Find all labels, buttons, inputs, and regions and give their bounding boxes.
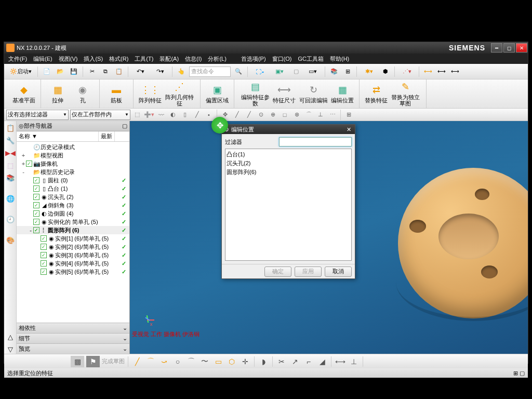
tree-row[interactable]: ✓◉实例[1] (6)/简单孔 (5)✓ (17, 234, 129, 243)
touch-icon[interactable]: 👆 (176, 66, 187, 77)
pattern-icon[interactable]: ⋰▾ (398, 66, 416, 77)
ribbon-替换特征[interactable]: ⇄替换特征 (364, 81, 389, 107)
menu-assembly[interactable]: 装配(A) (157, 55, 181, 63)
sk-circle-icon[interactable]: ○ (172, 356, 183, 367)
redo-icon[interactable]: ↷▾ (151, 66, 169, 77)
col-name[interactable]: 名称 ▼ (17, 131, 99, 141)
snap-mid-icon[interactable]: ╱ (244, 110, 254, 120)
snap-tan-icon[interactable]: ⌒ (303, 110, 314, 120)
tree-row[interactable]: ✓◉实例[2] (6)/简单孔 (5)✓ (17, 243, 129, 251)
ribbon-孔[interactable]: ◉孔 (70, 81, 95, 107)
list-item[interactable]: 凸台(1) (227, 150, 350, 159)
open-icon[interactable]: 📂 (55, 66, 66, 77)
paste-icon[interactable]: 📋 (113, 66, 125, 77)
sk-arc-icon[interactable]: ⌒ (145, 356, 156, 367)
sketch-flag-icon[interactable]: ⚑ (86, 356, 100, 367)
snap-int-icon[interactable]: ⊗ (291, 110, 302, 120)
sk-fillet-icon[interactable]: ⌐ (303, 356, 314, 367)
minimize-button[interactable]: ━ (491, 43, 502, 52)
command-search[interactable]: 查找命令 (189, 66, 231, 77)
tree-row[interactable]: ✓◉实例[5] (6)/简单孔 (5)✓ (17, 268, 129, 276)
list-item[interactable]: 沉头孔(2) (227, 159, 350, 168)
cancel-button[interactable]: 取消 (325, 267, 352, 277)
copy-icon[interactable]: ⧉ (100, 66, 111, 77)
cut-icon[interactable]: ✂ (86, 66, 98, 77)
sel-face-icon[interactable]: ◐ (168, 110, 178, 120)
undo-icon[interactable]: ↶▾ (131, 66, 149, 77)
sk-poly-icon[interactable]: ⬡ (226, 356, 237, 367)
model-flange[interactable] (398, 168, 528, 318)
sel-pick-icon[interactable]: ⬚ (132, 110, 142, 120)
snap-quad-icon[interactable]: □ (280, 110, 290, 120)
triad-icon[interactable]: x (143, 311, 158, 327)
fn-icon[interactable]: ⬢ (380, 66, 391, 77)
grid-icon[interactable]: ⊞ (343, 110, 354, 120)
ribbon-阵列几何特征[interactable]: ⋰阵列几何特征 (163, 81, 196, 107)
tree-row[interactable]: ✓▯凸台 (1)✓ (17, 184, 129, 193)
gutter-history-icon[interactable]: 🕘 (6, 215, 15, 224)
ribbon-阵列特征[interactable]: ⋮⋮阵列特征 (138, 81, 163, 107)
acc-preview[interactable]: 预览⌄ (17, 343, 129, 354)
sk-arc2-icon[interactable]: ⤻ (158, 356, 170, 367)
gutter-internet-icon[interactable]: 🌐 (6, 194, 15, 203)
maximize-button[interactable]: ◻ (503, 43, 515, 52)
snap-perp-icon[interactable]: ⊥ (315, 110, 326, 120)
sk-offset-icon[interactable]: ◗ (258, 356, 269, 367)
ribbon-筋板[interactable]: ▬筋板 (104, 81, 129, 107)
sel-edge-icon[interactable]: ╱ (192, 110, 202, 120)
selection-filter-dropdown[interactable]: 没有选择过滤器▼ (6, 110, 69, 120)
tree-row[interactable]: ✓◐边倒圆 (4)✓ (17, 209, 129, 218)
feature-list[interactable]: 凸台(1) 沉头孔(2) 圆形阵列(6) (225, 149, 352, 261)
ok-button[interactable]: 确定 (264, 267, 291, 277)
menu-file[interactable]: 文件(F) (6, 55, 29, 63)
menu-window[interactable]: 窗口(O) (270, 55, 294, 63)
ribbon-基准平面[interactable]: ◆基准平面 (11, 81, 36, 107)
menu-info[interactable]: 信息(I) (183, 55, 204, 63)
search-icon[interactable]: 🔍 (233, 66, 244, 77)
gutter-reuse-icon[interactable]: ⬚ (6, 161, 15, 170)
list-item[interactable]: 圆形阵列(6) (227, 168, 350, 177)
feature-tree[interactable]: 🕘历史记录模式+📁模型视图+✓📷摄像机-📂模型历史记录✓▯圆柱 (0)✓✓▯凸台… (17, 142, 129, 323)
ribbon-特征尺寸[interactable]: ⟷特征尺寸 (272, 81, 297, 107)
close-button[interactable]: ✕ (516, 43, 527, 52)
snap-end-icon[interactable]: ╱ (232, 110, 242, 120)
save-icon[interactable]: 💾 (68, 66, 79, 77)
sel-vertex-icon[interactable]: • (204, 110, 214, 120)
menu-help[interactable]: 帮助(H) (328, 55, 351, 63)
dim2-icon[interactable]: ⟷ (436, 66, 447, 77)
col-newest[interactable]: 最新 (99, 131, 115, 141)
sk-dim-icon[interactable]: ⟷ (335, 356, 346, 367)
sel-plus-icon[interactable]: ➕▾ (144, 110, 154, 120)
menu-insert[interactable]: 插入(S) (82, 55, 105, 63)
tree-row[interactable]: -✓⋮⋮圆形阵列 (6)✓ (17, 226, 129, 234)
shade-icon[interactable]: ▣▾ (271, 66, 288, 77)
menu-tools[interactable]: 工具(T) (132, 55, 155, 63)
rect-icon[interactable]: ▭▾ (304, 66, 322, 77)
sk-rect-icon[interactable]: ▭ (212, 356, 224, 367)
ribbon-替换为独立草图[interactable]: ✎替换为独立草图 (389, 81, 422, 107)
tree-row[interactable]: -📂模型历史记录 (17, 168, 129, 176)
ribbon-可回滚编辑[interactable]: ↻可回滚编辑 (297, 81, 330, 107)
wcs-icon[interactable]: ⊞ (342, 66, 353, 77)
ribbon-编辑特征参数[interactable]: ▤编辑特征参数 (238, 81, 272, 107)
gutter-palette-icon[interactable]: 🎨 (6, 235, 15, 245)
sk-con-icon[interactable]: ⊥ (348, 356, 360, 367)
gutter-book-icon[interactable]: 📚 (6, 173, 15, 182)
tree-row[interactable]: +✓📷摄像机 (17, 159, 129, 168)
snap-center-icon[interactable]: ⊕ (268, 110, 278, 120)
ribbon-偏置区域[interactable]: ▣偏置区域 (205, 81, 230, 107)
gutter-down-icon[interactable]: ▽ (6, 344, 15, 354)
snap-near-icon[interactable]: ⋯ (327, 110, 338, 120)
tree-row[interactable]: ✓◢倒斜角 (3)✓ (17, 201, 129, 209)
dim3-icon[interactable]: ⟷ (449, 66, 461, 77)
sk-spline-icon[interactable]: 〜 (199, 356, 210, 367)
status-grid-icon[interactable]: ⊞ ▢ (513, 370, 525, 377)
expression-icon[interactable]: ✱▾ (360, 66, 378, 77)
menu-analyze[interactable]: 分析(L) (206, 55, 228, 63)
tree-row[interactable]: ✓▯圆柱 (0)✓ (17, 176, 129, 184)
sk-extend-icon[interactable]: ↗ (289, 356, 301, 367)
finish-sketch-icon[interactable]: ▩ (71, 356, 84, 367)
tree-row[interactable]: +📁模型视图 (17, 151, 129, 159)
gutter-up-icon[interactable]: △ (6, 332, 15, 341)
tree-row[interactable]: ✓◉实例化的 简单孔 (5)✓ (17, 218, 129, 226)
